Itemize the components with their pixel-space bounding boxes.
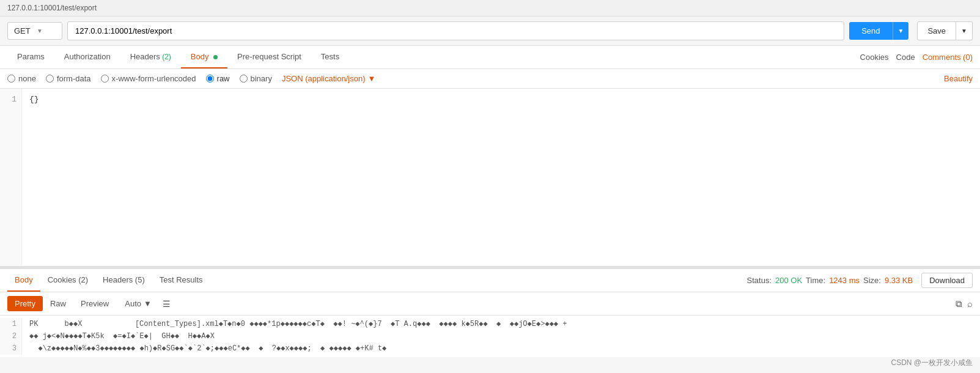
tab-prerequest[interactable]: Pre-request Script: [227, 46, 311, 68]
request-tabs: Params Authorization Headers (2) Body Pr…: [0, 46, 980, 69]
tab-params[interactable]: Params: [7, 46, 54, 68]
line-number-1: 1: [5, 94, 17, 106]
radio-urlencoded[interactable]: x-www-form-urlencoded: [101, 74, 196, 83]
save-button[interactable]: Save: [917, 21, 956, 40]
editor-content[interactable]: 1 {}: [0, 89, 980, 266]
title-text: 127.0.0.1:10001/test/export: [7, 4, 97, 12]
tab-comments-right[interactable]: Comments (0): [923, 53, 973, 62]
code-content[interactable]: {}: [22, 89, 980, 266]
url-input[interactable]: [67, 21, 844, 40]
title-bar: 127.0.0.1:10001/test/export: [0, 0, 980, 17]
resp-tab-body[interactable]: Body: [7, 269, 40, 292]
tab-authorization[interactable]: Authorization: [54, 46, 120, 68]
tab-code-right[interactable]: Code: [896, 53, 915, 62]
response-content[interactable]: 1 PK b◆◆X [Content_Types].xml◆T◆n◆0 ◆◆◆◆…: [0, 316, 980, 357]
save-btn-group: Save ▼: [917, 21, 973, 40]
method-value: GET: [14, 26, 33, 35]
save-dropdown-button[interactable]: ▼: [956, 21, 973, 40]
wrap-button[interactable]: ☰: [163, 299, 171, 309]
json-dropdown-arrow-icon: ▼: [367, 74, 375, 83]
line-numbers: 1: [0, 89, 22, 266]
send-dropdown-button[interactable]: ▼: [893, 22, 909, 40]
watermark: CSDN @一枚开发小咸鱼: [891, 358, 973, 368]
response-sub-tabs: Pretty Raw Preview Auto ▼ ☰ ⧉ ⌕: [0, 292, 980, 316]
sub-tab-raw[interactable]: Raw: [43, 296, 73, 311]
send-btn-group: Send ▼: [849, 22, 908, 40]
right-tabs: Cookies Code Comments (0): [860, 53, 973, 62]
radio-raw[interactable]: raw: [206, 74, 230, 83]
beautify-button[interactable]: Beautify: [944, 74, 973, 83]
resp-tab-test-results[interactable]: Test Results: [152, 269, 210, 292]
method-arrow-icon: ▼: [37, 28, 56, 34]
tab-tests[interactable]: Tests: [311, 46, 349, 68]
copy-icon[interactable]: ⧉: [956, 298, 962, 309]
json-dropdown[interactable]: JSON (application/json) ▼: [282, 74, 375, 83]
url-bar: GET ▼ Send ▼ Save ▼: [0, 17, 980, 46]
body-dot-indicator: [213, 55, 218, 59]
auto-arrow-icon: ▼: [144, 299, 152, 308]
resp-line-3: 3 ◆\z◆◆◆◆◆N◆%◆◆3◆◆◆◆◆◆◆◆ ◆h)◆R◆SG◆◆`◆`2`…: [0, 342, 980, 355]
tab-body[interactable]: Body: [181, 46, 227, 68]
radio-form-data[interactable]: form-data: [46, 74, 91, 83]
resp-line-2: 2 ◆◆ j◆<◆N◆◆◆◆T◆K5k ◆=◆I◆`E◆| GH◆◆ H◆◆A◆…: [0, 330, 980, 342]
resp-tab-headers[interactable]: Headers (5): [95, 269, 152, 292]
radio-none[interactable]: none: [7, 74, 36, 83]
code-editor[interactable]: 1 {}: [0, 89, 980, 267]
resp-tab-cookies[interactable]: Cookies (2): [40, 269, 95, 292]
resp-line-1: 1 PK b◆◆X [Content_Types].xml◆T◆n◆0 ◆◆◆◆…: [0, 318, 980, 330]
tab-cookies-right[interactable]: Cookies: [860, 53, 889, 62]
body-options: none form-data x-www-form-urlencoded raw…: [0, 69, 980, 89]
tab-headers[interactable]: Headers (2): [120, 46, 181, 68]
sub-tab-pretty[interactable]: Pretty: [7, 296, 43, 311]
download-button[interactable]: Download: [921, 273, 973, 288]
response-meta: Status: 200 OK Time: 1243 ms Size: 9.33 …: [747, 273, 973, 288]
response-section: Body Cookies (2) Headers (5) Test Result…: [0, 267, 980, 357]
response-header-tabs: Body Cookies (2) Headers (5) Test Result…: [0, 269, 980, 292]
sub-tab-icons: ⧉ ⌕: [956, 298, 973, 309]
radio-binary[interactable]: binary: [240, 74, 272, 83]
search-icon[interactable]: ⌕: [967, 298, 973, 309]
sub-tab-preview[interactable]: Preview: [73, 296, 116, 311]
send-button[interactable]: Send: [849, 22, 892, 40]
sub-tab-auto[interactable]: Auto ▼: [119, 296, 158, 311]
method-select[interactable]: GET ▼: [7, 22, 62, 40]
